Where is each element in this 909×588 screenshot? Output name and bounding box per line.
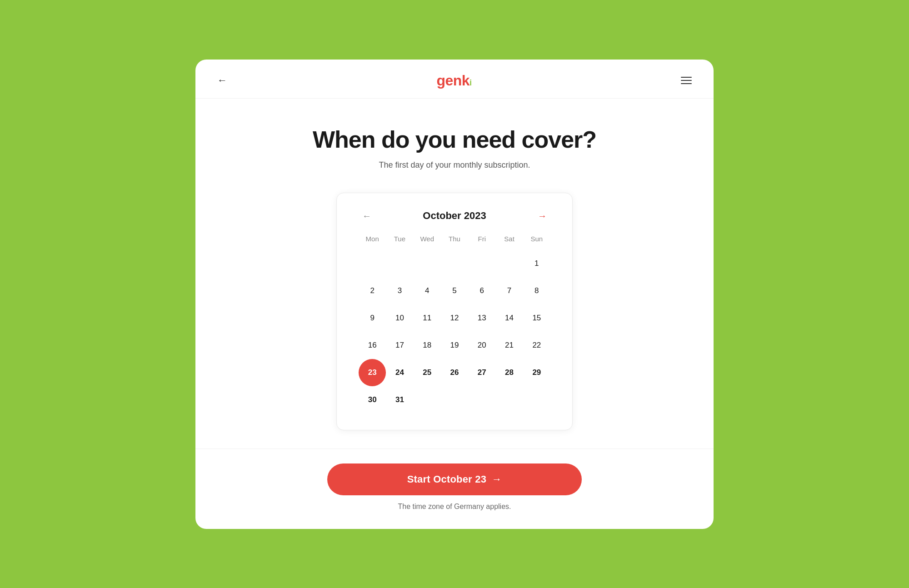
calendar-day[interactable]: 6	[468, 277, 495, 304]
calendar-day[interactable]: 1	[523, 250, 550, 277]
calendar-day[interactable]: 8	[523, 277, 550, 304]
calendar-day[interactable]: 25	[414, 359, 441, 386]
calendar: ← October 2023 → Mon Tue Wed Thu Fri Sat…	[336, 193, 573, 430]
day-header-mon: Mon	[359, 235, 386, 250]
calendar-day[interactable]: 29	[523, 359, 550, 386]
calendar-day	[441, 250, 468, 277]
calendar-week-1: 1	[359, 250, 550, 277]
calendar-day[interactable]: 13	[468, 304, 495, 332]
calendar-week-6: 3031	[359, 386, 550, 414]
day-header-sat: Sat	[495, 235, 523, 250]
calendar-month-title: October 2023	[423, 210, 486, 222]
page-subtitle: The first day of your monthly subscripti…	[379, 160, 530, 170]
calendar-day[interactable]: 2	[359, 277, 386, 304]
calendar-day	[441, 386, 468, 414]
calendar-day	[414, 386, 441, 414]
footer-note: The time zone of Germany applies.	[398, 503, 511, 511]
header: ← genki	[195, 60, 714, 99]
calendar-header: ← October 2023 →	[359, 209, 550, 222]
calendar-day[interactable]: 27	[468, 359, 495, 386]
calendar-day[interactable]: 18	[414, 332, 441, 359]
calendar-day[interactable]: 26	[441, 359, 468, 386]
calendar-day	[495, 386, 523, 414]
calendar-day[interactable]: 15	[523, 304, 550, 332]
calendar-day	[523, 386, 550, 414]
calendar-day[interactable]: 19	[441, 332, 468, 359]
calendar-day[interactable]: 3	[386, 277, 413, 304]
calendar-day	[359, 250, 386, 277]
calendar-week-3: 9101112131415	[359, 304, 550, 332]
calendar-day[interactable]: 12	[441, 304, 468, 332]
day-header-thu: Thu	[441, 235, 468, 250]
calendar-day[interactable]: 23	[359, 359, 386, 386]
calendar-day-headers: Mon Tue Wed Thu Fri Sat Sun	[359, 235, 550, 250]
calendar-grid: Mon Tue Wed Thu Fri Sat Sun 123456789101…	[359, 235, 550, 414]
footer: Start October 23 → The time zone of Germ…	[195, 448, 714, 529]
calendar-day[interactable]: 22	[523, 332, 550, 359]
page-title: When do you need cover?	[313, 126, 596, 153]
menu-line-1	[681, 77, 692, 78]
main-content: When do you need cover? The first day of…	[195, 99, 714, 448]
calendar-week-2: 2345678	[359, 277, 550, 304]
day-header-wed: Wed	[414, 235, 441, 250]
calendar-day[interactable]: 11	[414, 304, 441, 332]
cta-label: Start October 23	[407, 473, 486, 485]
calendar-day[interactable]: 30	[359, 386, 386, 414]
calendar-day[interactable]: 5	[441, 277, 468, 304]
calendar-day	[468, 250, 495, 277]
calendar-day[interactable]: 7	[495, 277, 523, 304]
calendar-week-4: 16171819202122	[359, 332, 550, 359]
next-month-button[interactable]: →	[534, 209, 550, 222]
menu-button[interactable]	[677, 75, 695, 86]
calendar-day	[414, 250, 441, 277]
calendar-day	[468, 386, 495, 414]
calendar-day	[386, 250, 413, 277]
menu-line-2	[681, 80, 692, 81]
calendar-day	[495, 250, 523, 277]
calendar-day[interactable]: 21	[495, 332, 523, 359]
cta-button[interactable]: Start October 23 →	[327, 463, 582, 495]
day-header-fri: Fri	[468, 235, 495, 250]
calendar-week-5: 23242526272829	[359, 359, 550, 386]
menu-line-3	[681, 83, 692, 84]
calendar-day[interactable]: 4	[414, 277, 441, 304]
calendar-day[interactable]: 24	[386, 359, 413, 386]
calendar-day[interactable]: 9	[359, 304, 386, 332]
day-header-sun: Sun	[523, 235, 550, 250]
prev-month-button[interactable]: ←	[359, 209, 375, 222]
logo: genki	[436, 72, 471, 89]
calendar-day[interactable]: 20	[468, 332, 495, 359]
calendar-day[interactable]: 28	[495, 359, 523, 386]
calendar-day[interactable]: 17	[386, 332, 413, 359]
cta-arrow: →	[492, 473, 502, 485]
calendar-day[interactable]: 31	[386, 386, 413, 414]
calendar-day[interactable]: 10	[386, 304, 413, 332]
main-card: ← genki When do you need cover? The firs…	[195, 60, 714, 529]
day-header-tue: Tue	[386, 235, 413, 250]
back-button[interactable]: ←	[214, 73, 231, 88]
calendar-day[interactable]: 16	[359, 332, 386, 359]
logo-leaf: i	[469, 78, 472, 87]
calendar-day[interactable]: 14	[495, 304, 523, 332]
